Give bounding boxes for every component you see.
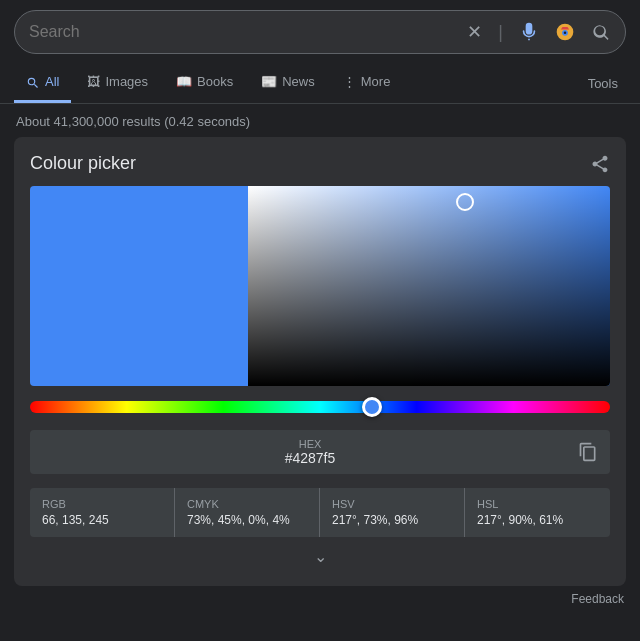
news-tab-icon: 📰 xyxy=(261,74,277,89)
search-input[interactable]: Google Color Picker xyxy=(29,23,467,41)
camera-icon[interactable] xyxy=(555,22,575,42)
color-values-grid: RGB 66, 135, 245 CMYK 73%, 45%, 0%, 4% H… xyxy=(30,488,610,537)
cmyk-data: 73%, 45%, 0%, 4% xyxy=(187,513,307,527)
all-tab-icon xyxy=(26,74,40,90)
card-title: Colour picker xyxy=(30,153,136,174)
clear-icon[interactable]: ✕ xyxy=(467,21,482,43)
color-display-row[interactable] xyxy=(30,186,610,386)
results-count: About 41,300,000 results (0.42 seconds) xyxy=(0,104,640,137)
hex-content: HEX #4287f5 xyxy=(42,438,578,466)
hex-input-row[interactable]: HEX #4287f5 xyxy=(30,430,610,474)
rgb-label: RGB xyxy=(42,498,162,510)
hsv-label: HSV xyxy=(332,498,452,510)
hue-slider-container[interactable] xyxy=(30,398,610,416)
feedback-link[interactable]: Feedback xyxy=(571,592,624,606)
hsl-label: HSL xyxy=(477,498,598,510)
tab-all[interactable]: All xyxy=(14,64,71,103)
cmyk-label: CMYK xyxy=(187,498,307,510)
books-tab-icon: 📖 xyxy=(176,74,192,89)
tools-button[interactable]: Tools xyxy=(580,66,626,101)
hsv-data: 217°, 73%, 96% xyxy=(332,513,452,527)
tab-images[interactable]: 🖼 Images xyxy=(75,64,160,102)
hex-value: #4287f5 xyxy=(42,450,578,466)
hsl-value[interactable]: HSL 217°, 90%, 61% xyxy=(465,488,610,537)
rgb-data: 66, 135, 245 xyxy=(42,513,162,527)
brightness-gradient xyxy=(248,186,610,386)
rgb-value[interactable]: RGB 66, 135, 245 xyxy=(30,488,175,537)
tab-images-label: Images xyxy=(105,74,148,89)
tab-books-label: Books xyxy=(197,74,233,89)
tab-more-label: More xyxy=(361,74,391,89)
hex-label: HEX xyxy=(42,438,578,450)
nav-tabs: All 🖼 Images 📖 Books 📰 News ⋮ More Tools xyxy=(0,64,640,104)
feedback-row: Feedback xyxy=(0,586,640,616)
tab-news-label: News xyxy=(282,74,315,89)
mic-icon[interactable] xyxy=(519,22,539,42)
images-tab-icon: 🖼 xyxy=(87,74,100,89)
divider: | xyxy=(498,22,503,43)
color-picker-card: Colour picker HEX #4287f5 xyxy=(14,137,626,586)
svg-point-2 xyxy=(564,32,567,35)
hsv-value[interactable]: HSV 217°, 73%, 96% xyxy=(320,488,465,537)
tab-more[interactable]: ⋮ More xyxy=(331,64,403,102)
hue-thumb[interactable] xyxy=(362,397,382,417)
tab-books[interactable]: 📖 Books xyxy=(164,64,245,102)
share-icon[interactable] xyxy=(590,153,610,174)
hsl-data: 217°, 90%, 61% xyxy=(477,513,598,527)
copy-icon[interactable] xyxy=(578,441,598,462)
card-header: Colour picker xyxy=(30,153,610,174)
color-gradient-area[interactable] xyxy=(248,186,610,386)
search-action-icons: ✕ | xyxy=(467,21,611,43)
color-swatch xyxy=(30,186,248,386)
expand-button[interactable]: ⌄ xyxy=(314,547,327,566)
expand-row: ⌄ xyxy=(30,537,610,570)
tab-all-label: All xyxy=(45,74,59,89)
hue-slider-track xyxy=(30,401,610,413)
search-icon[interactable] xyxy=(591,22,611,42)
more-tab-icon: ⋮ xyxy=(343,74,356,89)
tab-news[interactable]: 📰 News xyxy=(249,64,327,102)
search-bar[interactable]: Google Color Picker ✕ | xyxy=(14,10,626,54)
tabs-left: All 🖼 Images 📖 Books 📰 News ⋮ More xyxy=(14,64,402,103)
cmyk-value[interactable]: CMYK 73%, 45%, 0%, 4% xyxy=(175,488,320,537)
